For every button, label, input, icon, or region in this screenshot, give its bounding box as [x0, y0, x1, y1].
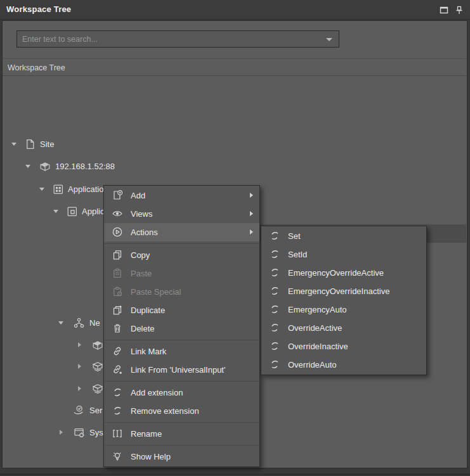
submenu-item-set[interactable]: Set — [261, 227, 426, 245]
expander-expanded-icon[interactable] — [58, 321, 63, 325]
panel-title: Workspace Tree — [6, 4, 71, 14]
action-refresh-icon — [269, 340, 280, 352]
menu-item-link-from[interactable]: Link From 'UniversalInput' — [104, 361, 259, 379]
link-from-icon — [112, 364, 123, 375]
actions-submenu: Set SetId EmergencyOverrideActive Emerge… — [261, 226, 427, 375]
submenu-item-overrideactive[interactable]: OverrideActive — [261, 319, 426, 337]
search-box[interactable] — [16, 30, 339, 48]
link-icon — [112, 345, 123, 357]
tree-item-label: Ser — [89, 406, 102, 415]
expander-collapsed-icon[interactable] — [78, 342, 81, 347]
tree-item-label: Site — [40, 139, 54, 149]
menu-item-label: OverrideInactive — [288, 342, 348, 351]
menu-item-label: Link Mark — [131, 347, 166, 356]
cube-stack-icon — [91, 383, 103, 395]
menu-separator — [105, 381, 259, 382]
float-window-icon[interactable] — [439, 5, 449, 15]
menu-item-rename[interactable]: Rename — [104, 425, 259, 443]
window-bottom-line — [0, 473, 470, 475]
menu-item-label: Delete — [131, 324, 155, 333]
device-cube-icon — [39, 160, 51, 172]
action-refresh-icon — [269, 285, 280, 297]
menu-item-label: Show Help — [131, 452, 171, 461]
search-input[interactable] — [17, 31, 339, 47]
expander-expanded-icon[interactable] — [25, 165, 30, 168]
tree-item-site[interactable]: Site — [3, 135, 466, 153]
menu-item-copy[interactable]: Copy — [104, 246, 259, 264]
menu-item-label: Paste Special — [131, 287, 181, 297]
eye-icon — [112, 208, 123, 219]
menu-item-link-mark[interactable]: Link Mark — [104, 342, 259, 361]
menu-item-label: OverrideActive — [288, 323, 342, 333]
cube-stack-icon — [91, 361, 103, 373]
expander-collapsed-icon[interactable] — [78, 386, 81, 391]
tree-header-label: Workspace Tree — [8, 63, 65, 72]
submenu-item-overrideinactive[interactable]: OverrideInactive — [261, 337, 426, 356]
menu-item-label: Paste — [131, 269, 152, 278]
submenu-item-setid[interactable]: SetId — [261, 245, 426, 264]
submenu-item-emergencyoverrideinactive[interactable]: EmergencyOverrideInactive — [261, 282, 426, 300]
context-menu: Add Views Actions Copy Paste Paste Speci… — [103, 185, 260, 467]
action-refresh-icon — [112, 405, 123, 416]
submenu-item-emergencyoverrideactive[interactable]: EmergencyOverrideActive — [261, 264, 426, 282]
expander-collapsed-icon[interactable] — [78, 364, 81, 369]
tree-header: Workspace Tree — [3, 58, 466, 76]
tree-item-label: Sys — [89, 428, 103, 437]
menu-item-label: Set — [288, 231, 301, 241]
menu-item-label: Copy — [131, 250, 150, 260]
paste-icon — [112, 267, 123, 279]
services-icon — [72, 404, 84, 416]
search-dropdown-icon[interactable] — [326, 38, 332, 41]
application-icon — [66, 205, 78, 217]
menu-separator — [105, 243, 259, 244]
network-icon — [73, 317, 85, 329]
system-icon — [73, 427, 85, 439]
action-refresh-icon — [269, 322, 280, 333]
tree-item-label: 192.168.1.52:88 — [55, 162, 115, 171]
expander-expanded-icon[interactable] — [11, 143, 16, 146]
menu-item-label: Remove extension — [131, 406, 199, 416]
menu-item-label: EmergencyAuto — [288, 305, 347, 314]
expander-collapsed-icon[interactable] — [60, 430, 63, 435]
cube-icon — [91, 339, 103, 351]
document-icon — [24, 138, 36, 150]
paste-special-icon — [112, 286, 123, 297]
action-refresh-icon — [269, 359, 280, 370]
menu-item-label: Add — [131, 191, 145, 200]
submenu-item-emergencyauto[interactable]: EmergencyAuto — [261, 300, 426, 319]
panel-titlebar: Workspace Tree — [0, 0, 470, 20]
menu-item-label: OverrideAuto — [288, 360, 337, 370]
submenu-arrow-icon — [250, 211, 253, 216]
menu-item-duplicate[interactable]: Duplicate — [104, 301, 259, 319]
menu-item-show-help[interactable]: Show Help — [104, 447, 259, 466]
menu-item-delete[interactable]: Delete — [104, 319, 259, 338]
bulb-icon — [112, 451, 123, 462]
menu-item-label: Link From 'UniversalInput' — [131, 365, 225, 375]
menu-item-add[interactable]: Add — [104, 186, 259, 205]
trash-icon — [112, 323, 123, 334]
menu-item-label: Actions — [131, 228, 158, 237]
action-refresh-icon — [112, 387, 123, 398]
menu-item-remove-extension[interactable]: Remove extension — [104, 402, 259, 420]
menu-item-label: Views — [131, 209, 152, 219]
menu-item-views[interactable]: Views — [104, 205, 259, 223]
pin-icon[interactable] — [454, 5, 464, 15]
action-refresh-icon — [269, 230, 280, 241]
menu-item-actions[interactable]: Actions — [104, 223, 259, 241]
menu-item-paste-special: Paste Special — [104, 283, 259, 301]
menu-item-label: Duplicate — [131, 306, 165, 315]
play-circle-icon — [112, 226, 123, 238]
menu-item-label: EmergencyOverrideInactive — [288, 286, 389, 296]
menu-item-label: EmergencyOverrideActive — [288, 268, 384, 278]
window-bottom-edge — [0, 470, 470, 476]
action-refresh-icon — [269, 304, 280, 315]
menu-item-add-extension[interactable]: Add extension — [104, 383, 259, 402]
add-icon — [112, 190, 123, 201]
rename-icon — [112, 428, 123, 439]
tree-item-device[interactable]: 192.168.1.52:88 — [3, 157, 466, 176]
duplicate-icon — [112, 304, 123, 316]
expander-expanded-icon[interactable] — [39, 188, 44, 191]
applications-icon — [52, 183, 64, 195]
submenu-item-overrideauto[interactable]: OverrideAuto — [261, 356, 426, 374]
expander-expanded-icon[interactable] — [53, 210, 58, 213]
